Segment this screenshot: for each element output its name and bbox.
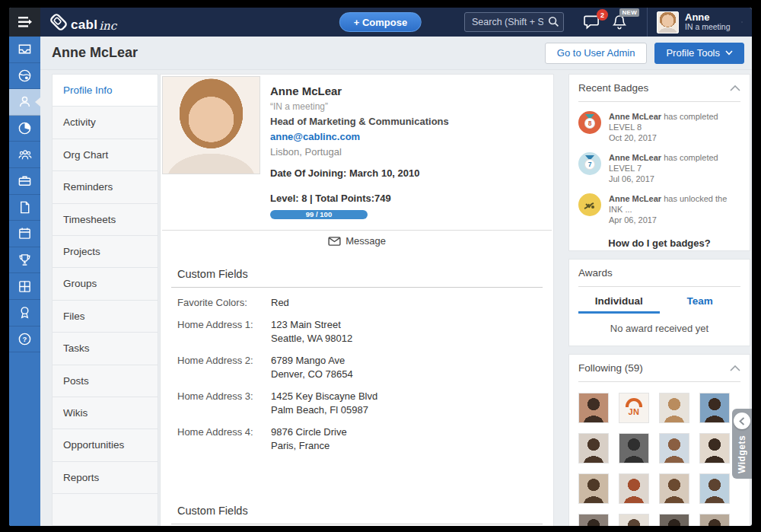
badge-item-level7[interactable]: 7 Anne McLear has completed LEVEL 7 Jul … <box>578 152 740 184</box>
user-menu[interactable]: Anne IN a meeting <box>647 8 752 37</box>
global-search <box>464 12 564 32</box>
hamburger-menu-button[interactable] <box>9 8 40 37</box>
tab-team[interactable]: Team <box>660 289 741 314</box>
field-row-home-address-1: Home Address 1: 123 Main Street Seattle,… <box>177 318 543 346</box>
field-label: Home Address 3: <box>177 390 271 417</box>
badge-item-level8[interactable]: 8 Anne McLear has completed LEVEL 8 Oct … <box>578 111 740 143</box>
following-avatar[interactable] <box>699 433 730 464</box>
following-avatar[interactable] <box>659 473 689 504</box>
following-avatar-grid: JN <box>578 393 740 526</box>
chat-button[interactable]: 2 <box>584 14 601 30</box>
profile-joining-date: Date Of Joining: March 10, 2010 <box>270 167 449 179</box>
menu-reports[interactable]: Reports <box>53 462 158 494</box>
rail-recognition[interactable] <box>9 247 40 274</box>
custom-fields-title: Custom Fields <box>171 263 543 287</box>
topbar-right-cluster: 2 NEW Anne IN a meeting <box>464 8 752 37</box>
rail-teams[interactable] <box>9 142 40 168</box>
collapse-panel-button[interactable] <box>730 85 740 91</box>
inbox-icon <box>18 42 32 56</box>
ink-quill-icon <box>578 193 601 216</box>
user-text: Anne IN a meeting <box>685 12 731 32</box>
following-avatar[interactable] <box>619 433 649 464</box>
following-avatar[interactable] <box>699 473 730 504</box>
logo-text-bold: cabl <box>71 18 97 33</box>
menu-projects[interactable]: Projects <box>53 236 158 268</box>
following-avatar-jn-logo[interactable]: JN <box>619 393 649 423</box>
rail-calendar[interactable] <box>9 221 40 247</box>
help-icon: ? <box>18 332 32 346</box>
company-logo[interactable]: cabl inc <box>48 11 116 33</box>
svg-text:?: ? <box>23 335 27 343</box>
profile-location: Lisbon, Portugal <box>270 146 449 158</box>
following-avatar[interactable] <box>578 393 609 423</box>
rail-trackers[interactable] <box>9 116 40 142</box>
menu-reminders[interactable]: Reminders <box>53 171 158 203</box>
badge-date: Apr 06, 2017 <box>609 215 740 225</box>
message-button[interactable]: Message <box>162 230 552 251</box>
cablinc-logo-mark-icon <box>48 11 69 33</box>
following-avatar[interactable] <box>578 473 609 504</box>
rail-help[interactable]: ? <box>9 327 40 353</box>
following-avatar[interactable] <box>619 514 649 526</box>
profile-photo[interactable] <box>162 76 260 174</box>
rail-company-feed[interactable] <box>9 63 40 90</box>
menu-profile-info[interactable]: Profile Info <box>53 75 158 107</box>
custom-fields-title: Custom Fields <box>171 500 543 524</box>
profile-name: Anne McLear <box>270 84 449 97</box>
divider <box>171 287 543 288</box>
menu-tasks[interactable]: Tasks <box>53 333 158 365</box>
pie-chart-icon <box>18 121 32 135</box>
profile-tools-button[interactable]: Profile Tools <box>654 43 744 64</box>
menu-activity[interactable]: Activity <box>53 107 158 139</box>
following-avatar[interactable] <box>578 433 609 464</box>
field-value: 123 Main Street Seattle, WA 98012 <box>271 318 352 346</box>
rail-tables[interactable] <box>9 273 40 300</box>
widgets-collapse-button[interactable] <box>734 413 750 429</box>
widgets-column: Recent Badges 8 <box>568 74 750 526</box>
profile-email-link[interactable]: anne@cablinc.com <box>270 131 449 142</box>
following-avatar[interactable] <box>659 393 689 423</box>
recent-badges-title: Recent Badges <box>578 82 648 94</box>
awards-title: Awards <box>578 267 613 279</box>
search-icon[interactable] <box>548 16 559 27</box>
collapse-panel-button[interactable] <box>730 365 740 371</box>
rail-filler <box>9 352 40 526</box>
following-avatar[interactable] <box>699 514 730 526</box>
menu-files[interactable]: Files <box>53 301 158 333</box>
following-avatar[interactable] <box>699 393 730 423</box>
following-avatar[interactable] <box>578 514 609 526</box>
rail-certificates[interactable] <box>9 300 40 327</box>
tab-individual[interactable]: Individual <box>578 289 660 314</box>
rail-profile-active[interactable] <box>9 89 40 116</box>
menu-groups[interactable]: Groups <box>53 268 158 300</box>
compose-button[interactable]: + Compose <box>339 12 422 32</box>
grid-icon <box>18 279 32 294</box>
rail-inbox[interactable] <box>9 37 40 63</box>
go-to-user-admin-button[interactable]: Go to User Admin <box>545 43 648 64</box>
profile-level-points: Level: 8 | Total Points:749 <box>270 193 449 204</box>
menu-timesheets[interactable]: Timesheets <box>53 204 158 236</box>
widgets-drawer-toggle[interactable]: Widgets <box>732 409 752 479</box>
rail-projects[interactable] <box>9 168 40 195</box>
people-group-icon <box>18 148 33 162</box>
following-avatar[interactable] <box>619 473 649 504</box>
badge-date: Jul 06, 2017 <box>609 174 740 184</box>
rail-documents[interactable] <box>9 195 40 221</box>
field-label: Home Address 4: <box>177 425 271 453</box>
following-avatar[interactable] <box>659 514 689 526</box>
chevron-left-icon <box>739 417 745 425</box>
following-avatar[interactable] <box>659 433 689 464</box>
menu-org-chart[interactable]: Org Chart <box>53 139 158 171</box>
ink-badge-icon <box>578 193 601 216</box>
menu-opportunities[interactable]: Opportunities <box>53 429 158 461</box>
chevron-up-icon <box>730 85 740 91</box>
menu-posts[interactable]: Posts <box>53 365 158 397</box>
menu-wikis[interactable]: Wikis <box>53 397 158 429</box>
app-window: cabl inc + Compose 2 <box>9 8 752 526</box>
notifications-new-badge: NEW <box>619 8 639 17</box>
notifications-button[interactable]: NEW <box>612 14 627 30</box>
how-get-badges-link[interactable]: How do I get badges? <box>578 237 740 249</box>
badge-item-ink[interactable]: Anne McLear has unlocked the INK ... Apr… <box>578 193 740 225</box>
page-header: Anne McLear Go to User Admin Profile Too… <box>40 37 752 70</box>
left-icon-rail: ? <box>9 37 40 526</box>
